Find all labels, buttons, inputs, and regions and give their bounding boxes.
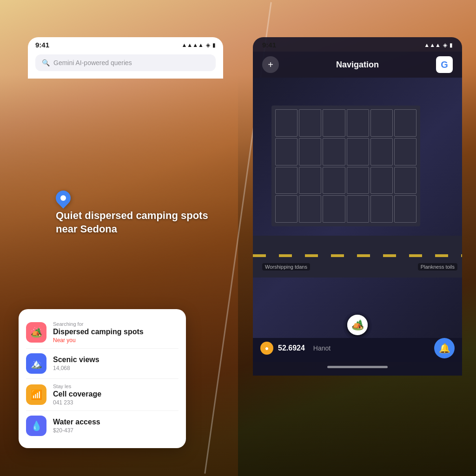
left-status-bar: 9:41 ▲▲▲▲ ◈ ▮ xyxy=(28,37,223,51)
result-subtitle-4: $20-437 xyxy=(53,427,178,434)
map-icon-camping-2[interactable]: 🏕️ xyxy=(347,315,368,335)
result-title-3: Cell coverage xyxy=(53,390,178,398)
parking-space xyxy=(275,138,298,165)
location-overlay: Quiet dispersed camping spotsnear Sedona xyxy=(56,191,208,236)
parking-space xyxy=(275,195,298,223)
result-subtitle-2: 14,068 xyxy=(53,365,178,371)
parking-space xyxy=(394,109,416,137)
wifi-icon: ◈ xyxy=(206,42,210,48)
signal-icon: ▲▲▲▲ xyxy=(181,42,204,48)
battery-icon: ▮ xyxy=(212,42,216,48)
result-text-4: Water access $20-437 xyxy=(53,418,178,434)
parking-space xyxy=(299,109,321,137)
phone-right: 9:41 ▲▲▲ ◈ ▮ + Navigation G xyxy=(253,37,462,376)
location-pin-icon xyxy=(53,187,73,208)
search-container: 🔍 Gemini AI-powered queries xyxy=(28,51,223,79)
result-item-4[interactable]: 💧 Water access $20-437 xyxy=(26,411,178,441)
google-icon[interactable]: G xyxy=(436,56,453,73)
parking-lot-area xyxy=(271,106,420,226)
result-title-1: Dispersed camping spots xyxy=(53,328,178,336)
result-title-2: Scenic views xyxy=(53,356,178,364)
parking-space xyxy=(347,167,369,194)
nav-plus-button[interactable]: + xyxy=(262,56,279,73)
parking-space xyxy=(323,138,345,165)
distance-value: 52.6924 xyxy=(278,344,305,352)
result-title-4: Water access xyxy=(53,418,178,426)
location-text: Quiet dispersed camping spotsnear Sedona xyxy=(56,209,208,236)
result-icon-scenic: 🏔️ xyxy=(26,353,46,374)
parking-space xyxy=(275,167,298,194)
parking-space xyxy=(323,109,345,137)
nav-bar: + Navigation G xyxy=(253,52,462,78)
road-surface xyxy=(253,236,462,278)
nav-action-button[interactable]: 🔔 xyxy=(434,338,455,358)
result-text-3: Stay les Cell coverage 041 233 xyxy=(53,383,178,406)
parking-space xyxy=(299,167,321,194)
parking-space xyxy=(275,109,298,137)
search-bar[interactable]: 🔍 Gemini AI-powered queries xyxy=(35,54,216,71)
map-label-right: Plankness toils xyxy=(418,263,457,271)
phone-left: 9:41 ▲▲▲▲ ◈ ▮ 🔍 Gemini AI-powered querie… xyxy=(28,37,223,79)
parking-space xyxy=(347,138,369,165)
right-battery-icon: ▮ xyxy=(450,42,453,48)
left-status-icons: ▲▲▲▲ ◈ ▮ xyxy=(181,42,216,48)
parking-space xyxy=(323,167,345,194)
parking-space xyxy=(394,167,416,194)
nav-title: Navigation xyxy=(336,60,379,70)
bottom-bar: ● 52.6924 Hanot 🔔 xyxy=(253,338,462,376)
distance-label: Hanot xyxy=(313,344,331,352)
parking-surface xyxy=(271,106,420,226)
action-row: ● 52.6924 Hanot 🔔 xyxy=(253,338,462,362)
result-category-3: Stay les xyxy=(53,383,178,389)
result-text-2: Scenic views 14,068 xyxy=(53,356,178,371)
home-indicator xyxy=(327,366,388,368)
parking-grid xyxy=(275,109,416,223)
right-time: 9:41 xyxy=(262,41,276,49)
result-item-3[interactable]: 📶 Stay les Cell coverage 041 233 xyxy=(26,379,178,411)
search-icon: 🔍 xyxy=(42,59,50,66)
right-wifi-icon: ◈ xyxy=(443,42,447,48)
map-area[interactable]: Worshipping tdans Plankness toils 🏕️ ⭐ 🌐… xyxy=(253,78,462,338)
parking-space xyxy=(370,167,393,194)
parking-space xyxy=(299,138,321,165)
result-icon-water: 💧 xyxy=(26,416,46,436)
map-label-left: Worshipping tdans xyxy=(262,263,310,271)
road-marking xyxy=(253,254,462,257)
result-item-1[interactable]: 🏕️ Searching for Dispersed camping spots… xyxy=(26,317,178,349)
parking-space xyxy=(323,195,345,223)
right-signal-icon: ▲▲▲ xyxy=(424,42,441,48)
result-category-1: Searching for xyxy=(53,321,178,327)
parking-space xyxy=(394,195,416,223)
result-text-1: Searching for Dispersed camping spots Ne… xyxy=(53,321,178,344)
results-card: 🏕️ Searching for Dispersed camping spots… xyxy=(19,309,186,448)
parking-space xyxy=(370,195,393,223)
parking-space xyxy=(370,109,393,137)
right-status-icons: ▲▲▲ ◈ ▮ xyxy=(424,42,453,48)
google-letter: G xyxy=(441,60,448,70)
plus-icon: + xyxy=(268,60,273,70)
right-status-bar: 9:41 ▲▲▲ ◈ ▮ xyxy=(253,37,462,52)
coin-icon: ● xyxy=(260,342,273,355)
result-item-2[interactable]: 🏔️ Scenic views 14,068 xyxy=(26,349,178,379)
left-time: 9:41 xyxy=(35,41,49,49)
result-icon-camping: 🏕️ xyxy=(26,322,46,343)
parking-space xyxy=(394,138,416,165)
parking-space xyxy=(347,109,369,137)
result-icon-cell: 📶 xyxy=(26,384,46,405)
parking-space xyxy=(347,195,369,223)
parking-space xyxy=(370,138,393,165)
search-input[interactable]: Gemini AI-powered queries xyxy=(53,59,132,66)
parking-space xyxy=(299,195,321,223)
result-subtitle-3: 041 233 xyxy=(53,399,178,406)
result-subtitle-1: Near you xyxy=(53,337,178,344)
